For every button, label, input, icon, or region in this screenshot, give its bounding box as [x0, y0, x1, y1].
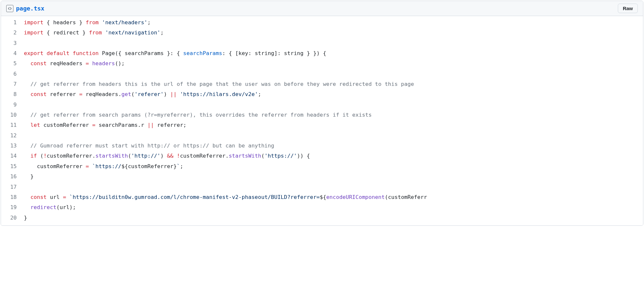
line-content[interactable]: // get referrer from headers this is the…: [24, 79, 643, 89]
line-number[interactable]: 4: [1, 48, 24, 58]
line-number[interactable]: 10: [1, 110, 24, 120]
code-line: 7 // get referrer from headers this is t…: [1, 79, 643, 89]
code-line: 8 const referrer = reqHeaders.get('refer…: [1, 89, 643, 99]
code-line: 1import { headers } from 'next/headers';: [1, 17, 643, 28]
line-number[interactable]: 13: [1, 141, 24, 151]
line-content[interactable]: // Gumroad referrer must start with http…: [24, 141, 643, 151]
line-number[interactable]: 15: [1, 161, 24, 171]
code-line: 3: [1, 38, 643, 48]
file-header-left: page.tsx: [6, 5, 45, 12]
filename-link[interactable]: page.tsx: [16, 5, 45, 12]
line-number[interactable]: 1: [1, 17, 24, 28]
raw-button[interactable]: Raw: [618, 4, 638, 13]
line-content[interactable]: [24, 100, 643, 110]
code-line: 5 const reqHeaders = headers();: [1, 58, 643, 68]
line-number[interactable]: 16: [1, 171, 24, 182]
file-box: page.tsx Raw 1import { headers } from 'n…: [1, 1, 643, 226]
code-line: 20}: [1, 213, 643, 223]
line-content[interactable]: [24, 130, 643, 141]
line-content[interactable]: const referrer = reqHeaders.get('referer…: [24, 89, 643, 99]
line-content[interactable]: const reqHeaders = headers();: [24, 58, 643, 68]
line-content[interactable]: [24, 69, 643, 79]
line-number[interactable]: 2: [1, 28, 24, 38]
line-content[interactable]: }: [24, 171, 643, 182]
line-number[interactable]: 20: [1, 213, 24, 223]
line-content[interactable]: let customReferrer = searchParams.r || r…: [24, 120, 643, 130]
line-number[interactable]: 11: [1, 120, 24, 130]
code-line: 19 redirect(url);: [1, 202, 643, 212]
line-content[interactable]: export default function Page({ searchPar…: [24, 48, 643, 58]
code-line: 16 }: [1, 171, 643, 182]
code-line: 4export default function Page({ searchPa…: [1, 48, 643, 58]
code-line: 13 // Gumroad referrer must start with h…: [1, 141, 643, 151]
code-line: 11 let customReferrer = searchParams.r |…: [1, 120, 643, 130]
code-line: 15 customReferrer = `https://${customRef…: [1, 161, 643, 171]
line-content[interactable]: import { redirect } from 'next/navigatio…: [24, 28, 643, 38]
code-line: 6: [1, 69, 643, 79]
line-content[interactable]: redirect(url);: [24, 202, 643, 212]
file-header: page.tsx Raw: [1, 1, 643, 16]
line-number[interactable]: 14: [1, 151, 24, 161]
line-content[interactable]: if (!customReferrer.startsWith('http://'…: [24, 151, 643, 161]
code-square-icon: [6, 5, 13, 12]
line-number[interactable]: 3: [1, 38, 24, 48]
code-line: 12: [1, 130, 643, 141]
code-body: 1import { headers } from 'next/headers';…: [1, 16, 643, 225]
line-number[interactable]: 18: [1, 192, 24, 202]
line-content[interactable]: customReferrer = `https://${customReferr…: [24, 161, 643, 171]
line-content[interactable]: [24, 182, 643, 192]
line-number[interactable]: 5: [1, 58, 24, 68]
code-line: 2import { redirect } from 'next/navigati…: [1, 28, 643, 38]
line-content[interactable]: const url = `https://builditn0w.gumroad.…: [24, 192, 643, 202]
code-line: 10 // get referrer from search params (?…: [1, 110, 643, 120]
line-number[interactable]: 6: [1, 69, 24, 79]
line-content[interactable]: }: [24, 213, 643, 223]
code-line: 18 const url = `https://builditn0w.gumro…: [1, 192, 643, 202]
line-number[interactable]: 19: [1, 202, 24, 212]
line-number[interactable]: 17: [1, 182, 24, 192]
code-line: 17: [1, 182, 643, 192]
line-content[interactable]: // get referrer from search params (?r=m…: [24, 110, 643, 120]
line-number[interactable]: 12: [1, 130, 24, 141]
code-line: 9: [1, 100, 643, 110]
line-number[interactable]: 7: [1, 79, 24, 89]
line-content[interactable]: [24, 38, 643, 48]
line-content[interactable]: import { headers } from 'next/headers';: [24, 17, 643, 28]
line-number[interactable]: 9: [1, 100, 24, 110]
line-number[interactable]: 8: [1, 89, 24, 99]
code-line: 14 if (!customReferrer.startsWith('http:…: [1, 151, 643, 161]
